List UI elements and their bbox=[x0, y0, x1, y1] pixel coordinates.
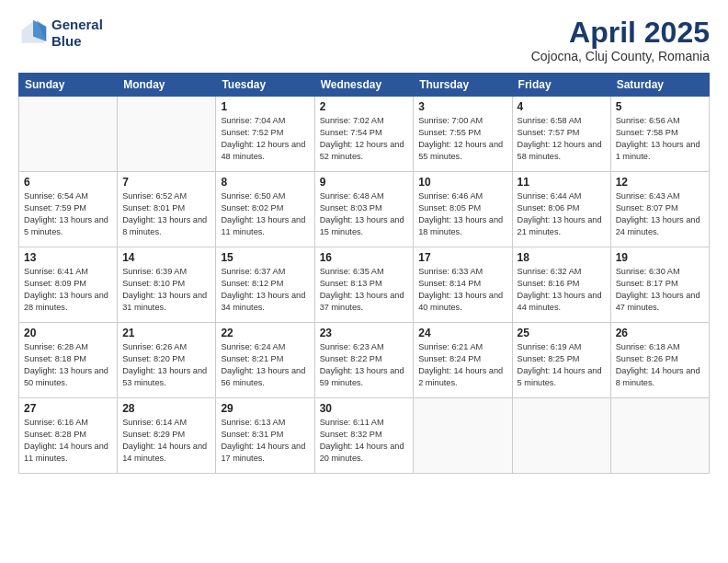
table-row: 12Sunrise: 6:43 AM Sunset: 8:07 PM Dayli… bbox=[610, 172, 709, 247]
table-row bbox=[512, 398, 610, 474]
day-info: Sunrise: 6:54 AM Sunset: 7:59 PM Dayligh… bbox=[24, 190, 112, 238]
table-row: 28Sunrise: 6:14 AM Sunset: 8:29 PM Dayli… bbox=[118, 398, 216, 474]
table-row: 22Sunrise: 6:24 AM Sunset: 8:21 PM Dayli… bbox=[216, 323, 314, 398]
table-row: 30Sunrise: 6:11 AM Sunset: 8:32 PM Dayli… bbox=[314, 398, 414, 474]
day-info: Sunrise: 6:43 AM Sunset: 8:07 PM Dayligh… bbox=[616, 190, 704, 238]
day-number: 3 bbox=[418, 100, 506, 113]
day-number: 30 bbox=[320, 402, 409, 415]
day-number: 15 bbox=[221, 251, 309, 264]
table-row: 6Sunrise: 6:54 AM Sunset: 7:59 PM Daylig… bbox=[19, 172, 118, 247]
day-info: Sunrise: 6:48 AM Sunset: 8:03 PM Dayligh… bbox=[320, 190, 409, 238]
table-row: 25Sunrise: 6:19 AM Sunset: 8:25 PM Dayli… bbox=[512, 323, 610, 398]
day-number: 18 bbox=[518, 251, 606, 264]
calendar-table: Sunday Monday Tuesday Wednesday Thursday… bbox=[18, 73, 710, 474]
header: General Blue April 2025 Cojocna, Cluj Co… bbox=[18, 17, 710, 63]
day-info: Sunrise: 6:44 AM Sunset: 8:06 PM Dayligh… bbox=[518, 190, 606, 238]
table-row: 18Sunrise: 6:32 AM Sunset: 8:16 PM Dayli… bbox=[512, 247, 610, 323]
day-number: 6 bbox=[24, 176, 112, 189]
table-row: 9Sunrise: 6:48 AM Sunset: 8:03 PM Daylig… bbox=[314, 172, 414, 247]
day-number: 19 bbox=[616, 251, 704, 264]
day-info: Sunrise: 6:41 AM Sunset: 8:09 PM Dayligh… bbox=[24, 266, 112, 314]
day-info: Sunrise: 6:58 AM Sunset: 7:57 PM Dayligh… bbox=[518, 115, 606, 163]
day-number: 1 bbox=[221, 100, 309, 113]
day-number: 25 bbox=[518, 327, 606, 339]
day-number: 5 bbox=[616, 100, 704, 113]
table-row: 11Sunrise: 6:44 AM Sunset: 8:06 PM Dayli… bbox=[512, 172, 610, 247]
day-info: Sunrise: 6:35 AM Sunset: 8:13 PM Dayligh… bbox=[320, 266, 409, 314]
table-row bbox=[19, 97, 118, 172]
day-info: Sunrise: 6:37 AM Sunset: 8:12 PM Dayligh… bbox=[221, 266, 309, 314]
col-sunday: Sunday bbox=[19, 74, 118, 97]
logo-text: General Blue bbox=[51, 17, 103, 50]
day-number: 4 bbox=[518, 100, 606, 113]
day-info: Sunrise: 6:28 AM Sunset: 8:18 PM Dayligh… bbox=[24, 341, 112, 389]
day-number: 27 bbox=[24, 402, 112, 415]
col-monday: Monday bbox=[118, 74, 216, 97]
table-row: 20Sunrise: 6:28 AM Sunset: 8:18 PM Dayli… bbox=[19, 323, 118, 398]
day-number: 2 bbox=[320, 100, 409, 113]
day-number: 22 bbox=[221, 327, 309, 339]
day-info: Sunrise: 6:23 AM Sunset: 8:22 PM Dayligh… bbox=[320, 341, 409, 389]
day-number: 10 bbox=[418, 176, 506, 189]
day-number: 20 bbox=[24, 327, 112, 339]
table-row: 26Sunrise: 6:18 AM Sunset: 8:26 PM Dayli… bbox=[610, 323, 709, 398]
day-info: Sunrise: 6:19 AM Sunset: 8:25 PM Dayligh… bbox=[518, 341, 606, 389]
day-number: 13 bbox=[24, 251, 112, 264]
table-row: 15Sunrise: 6:37 AM Sunset: 8:12 PM Dayli… bbox=[216, 247, 314, 323]
day-info: Sunrise: 6:14 AM Sunset: 8:29 PM Dayligh… bbox=[122, 417, 210, 465]
table-row bbox=[414, 398, 512, 474]
table-row: 8Sunrise: 6:50 AM Sunset: 8:02 PM Daylig… bbox=[216, 172, 314, 247]
day-info: Sunrise: 6:50 AM Sunset: 8:02 PM Dayligh… bbox=[221, 190, 309, 238]
day-number: 24 bbox=[418, 327, 506, 339]
page: General Blue April 2025 Cojocna, Cluj Co… bbox=[0, 0, 728, 563]
day-info: Sunrise: 6:26 AM Sunset: 8:20 PM Dayligh… bbox=[122, 341, 210, 389]
day-number: 21 bbox=[122, 327, 210, 339]
table-row: 7Sunrise: 6:52 AM Sunset: 8:01 PM Daylig… bbox=[118, 172, 216, 247]
table-row bbox=[118, 97, 216, 172]
day-info: Sunrise: 6:32 AM Sunset: 8:16 PM Dayligh… bbox=[518, 266, 606, 314]
title-block: April 2025 Cojocna, Cluj County, Romania bbox=[531, 17, 710, 63]
col-wednesday: Wednesday bbox=[314, 74, 414, 97]
day-number: 9 bbox=[320, 176, 409, 189]
header-row: Sunday Monday Tuesday Wednesday Thursday… bbox=[19, 74, 710, 97]
day-number: 14 bbox=[122, 251, 210, 264]
col-saturday: Saturday bbox=[610, 74, 709, 97]
day-info: Sunrise: 6:46 AM Sunset: 8:05 PM Dayligh… bbox=[418, 190, 506, 238]
day-info: Sunrise: 6:11 AM Sunset: 8:32 PM Dayligh… bbox=[320, 417, 409, 465]
logo: General Blue bbox=[18, 17, 103, 50]
day-info: Sunrise: 7:02 AM Sunset: 7:54 PM Dayligh… bbox=[320, 115, 409, 163]
day-info: Sunrise: 6:33 AM Sunset: 8:14 PM Dayligh… bbox=[418, 266, 506, 314]
table-row: 14Sunrise: 6:39 AM Sunset: 8:10 PM Dayli… bbox=[118, 247, 216, 323]
day-info: Sunrise: 6:21 AM Sunset: 8:24 PM Dayligh… bbox=[418, 341, 506, 389]
table-row: 10Sunrise: 6:46 AM Sunset: 8:05 PM Dayli… bbox=[414, 172, 512, 247]
table-row: 17Sunrise: 6:33 AM Sunset: 8:14 PM Dayli… bbox=[414, 247, 512, 323]
day-number: 7 bbox=[122, 176, 210, 189]
day-info: Sunrise: 7:04 AM Sunset: 7:52 PM Dayligh… bbox=[221, 115, 309, 163]
col-friday: Friday bbox=[512, 74, 610, 97]
table-row: 16Sunrise: 6:35 AM Sunset: 8:13 PM Dayli… bbox=[314, 247, 414, 323]
table-row: 24Sunrise: 6:21 AM Sunset: 8:24 PM Dayli… bbox=[414, 323, 512, 398]
table-row: 5Sunrise: 6:56 AM Sunset: 7:58 PM Daylig… bbox=[610, 97, 709, 172]
day-number: 16 bbox=[320, 251, 409, 264]
table-row: 13Sunrise: 6:41 AM Sunset: 8:09 PM Dayli… bbox=[19, 247, 118, 323]
table-row: 21Sunrise: 6:26 AM Sunset: 8:20 PM Dayli… bbox=[118, 323, 216, 398]
table-row: 29Sunrise: 6:13 AM Sunset: 8:31 PM Dayli… bbox=[216, 398, 314, 474]
table-row: 4Sunrise: 6:58 AM Sunset: 7:57 PM Daylig… bbox=[512, 97, 610, 172]
table-row: 1Sunrise: 7:04 AM Sunset: 7:52 PM Daylig… bbox=[216, 97, 314, 172]
day-info: Sunrise: 6:30 AM Sunset: 8:17 PM Dayligh… bbox=[616, 266, 704, 314]
subtitle: Cojocna, Cluj County, Romania bbox=[531, 49, 710, 63]
table-row: 27Sunrise: 6:16 AM Sunset: 8:28 PM Dayli… bbox=[19, 398, 118, 474]
table-row bbox=[610, 398, 709, 474]
day-info: Sunrise: 6:18 AM Sunset: 8:26 PM Dayligh… bbox=[616, 341, 704, 389]
day-number: 11 bbox=[518, 176, 606, 189]
day-info: Sunrise: 7:00 AM Sunset: 7:55 PM Dayligh… bbox=[418, 115, 506, 163]
day-number: 29 bbox=[221, 402, 309, 415]
day-number: 12 bbox=[616, 176, 704, 189]
table-row: 3Sunrise: 7:00 AM Sunset: 7:55 PM Daylig… bbox=[414, 97, 512, 172]
table-row: 23Sunrise: 6:23 AM Sunset: 8:22 PM Dayli… bbox=[314, 323, 414, 398]
table-row: 19Sunrise: 6:30 AM Sunset: 8:17 PM Dayli… bbox=[610, 247, 709, 323]
day-number: 8 bbox=[221, 176, 309, 189]
calendar-body: 1Sunrise: 7:04 AM Sunset: 7:52 PM Daylig… bbox=[19, 97, 710, 474]
day-number: 17 bbox=[418, 251, 506, 264]
calendar-header: Sunday Monday Tuesday Wednesday Thursday… bbox=[19, 74, 710, 97]
